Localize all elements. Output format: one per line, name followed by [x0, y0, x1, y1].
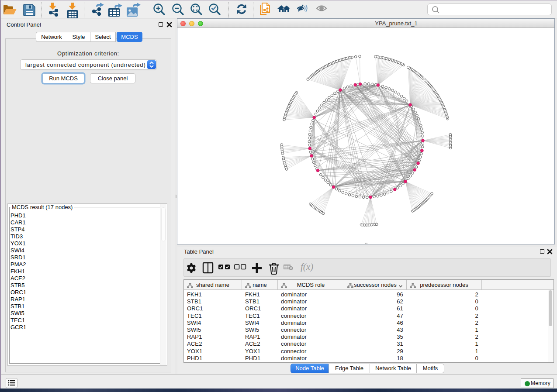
svg-text:f(x): f(x) — [301, 261, 313, 272]
